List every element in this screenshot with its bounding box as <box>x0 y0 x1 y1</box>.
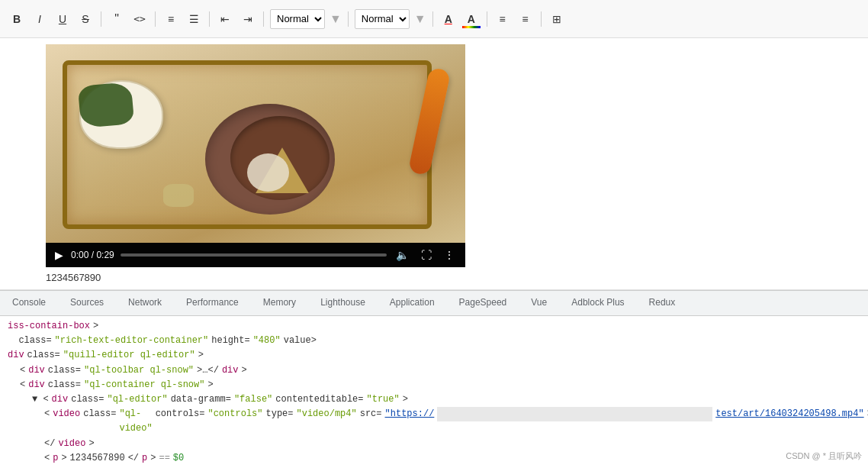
heading-select[interactable]: Normal H1H2H3 <box>270 9 325 29</box>
devtools-section: Console Sources Network Performance Memo… <box>0 289 868 468</box>
video-duration: 0:29 <box>96 250 114 260</box>
video-container: ▶ 0:00 / 0:29 🔈 ⛶ ⋮ <box>46 44 465 267</box>
select2-arrow: ▼ <box>414 12 426 26</box>
select1-arrow: ▼ <box>330 12 342 26</box>
indent-increase-button[interactable]: ⇥ <box>239 10 257 28</box>
play-button[interactable]: ▶ <box>53 247 65 263</box>
tab-sources[interactable]: Sources <box>58 291 116 315</box>
watermark: CSDN @ * 且听风吟 <box>786 450 862 462</box>
code-line-1: class= "rich-text-editor-container" heig… <box>8 334 860 348</box>
ordered-list-button[interactable]: ≡ <box>162 10 180 28</box>
small-food-1 <box>163 184 194 207</box>
separator-3 <box>209 11 210 27</box>
video-src-link[interactable]: "https:// <box>385 407 435 421</box>
underline-button[interactable]: U <box>53 10 72 28</box>
volume-button[interactable]: 🔈 <box>393 247 412 263</box>
code-panel: iss-contain-box > class= "rich-text-edit… <box>0 316 868 468</box>
editor-toolbar: B I U S " <> ≡ ☰ ⇤ ⇥ Normal H1H2H3 ▼ Nor… <box>0 0 868 38</box>
devtools-tabs: Console Sources Network Performance Memo… <box>0 290 868 316</box>
video-controls: ▶ 0:00 / 0:29 🔈 ⛶ ⋮ <box>46 243 465 267</box>
strikethrough-button[interactable]: S <box>76 10 95 28</box>
font-size-select[interactable]: Normal SmallLargeHuge <box>355 9 410 29</box>
time-display: 0:00 / 0:29 <box>71 250 114 260</box>
code-line-4: < div class= "ql-container ql-snow" > <box>8 378 860 392</box>
quote-button[interactable]: " <box>108 10 126 28</box>
code-line-3: < div class= "ql-toolbar ql-snow" >…</ d… <box>8 363 860 378</box>
font-color-button[interactable]: A <box>439 10 458 28</box>
tab-vue[interactable]: Vue <box>519 291 559 315</box>
progress-bar[interactable] <box>121 253 387 257</box>
tab-application[interactable]: Application <box>378 291 447 315</box>
code-button[interactable]: <> <box>130 10 149 28</box>
food-art <box>46 44 465 243</box>
tab-adblock[interactable]: Adblock Plus <box>559 291 636 315</box>
tab-redux[interactable]: Redux <box>637 291 688 315</box>
align-left-button[interactable]: ≡ <box>493 10 512 28</box>
code-tag-0: iss-contain-box <box>8 319 90 334</box>
separator-1 <box>101 11 101 27</box>
bold-button[interactable]: B <box>8 10 26 28</box>
code-line-2: div class= "quill-editor ql-editor" > <box>8 348 860 363</box>
code-line-6: < video class= "ql-video" controls= "con… <box>8 407 860 436</box>
separator-7 <box>487 11 487 27</box>
separator-5 <box>348 11 349 27</box>
table-button[interactable]: ⊞ <box>548 10 566 28</box>
code-line-5: ▼ < div class= "ql-editor" data-gramm= "… <box>8 392 860 407</box>
bg-color-button[interactable]: A <box>462 10 481 28</box>
current-time: 0:00 <box>71 250 88 260</box>
code-line-7: </ video > <box>8 437 860 451</box>
seaweed <box>78 82 135 128</box>
separator-2 <box>155 11 156 27</box>
separator-6 <box>432 11 433 27</box>
round-food <box>247 153 289 192</box>
more-options-button[interactable]: ⋮ <box>441 247 458 263</box>
video-caption: 1234567890 <box>46 272 822 283</box>
tab-console[interactable]: Console <box>0 291 58 315</box>
tab-network[interactable]: Network <box>116 291 174 315</box>
editor-section: ▶ 0:00 / 0:29 🔈 ⛶ ⋮ 1234567890 <box>0 38 868 289</box>
main-wrapper: B I U S " <> ≡ ☰ ⇤ ⇥ Normal H1H2H3 ▼ Nor… <box>0 0 868 468</box>
bullet-list-button[interactable]: ☰ <box>185 10 203 28</box>
fullscreen-button[interactable]: ⛶ <box>418 247 435 263</box>
separator-8 <box>541 11 542 27</box>
video-thumbnail <box>46 44 465 243</box>
align-right-button[interactable]: ≡ <box>516 10 535 28</box>
separator-4 <box>263 11 264 27</box>
tab-memory[interactable]: Memory <box>251 291 308 315</box>
italic-button[interactable]: I <box>31 10 49 28</box>
tab-pagespeed[interactable]: PageSpeed <box>447 291 519 315</box>
code-line-8: < p > 1234567890 </ p > == $0 <box>8 451 860 466</box>
tab-performance[interactable]: Performance <box>174 291 251 315</box>
indent-decrease-button[interactable]: ⇤ <box>216 10 234 28</box>
code-line-0: iss-contain-box > <box>8 319 860 334</box>
tab-lighthouse[interactable]: Lighthouse <box>308 291 378 315</box>
